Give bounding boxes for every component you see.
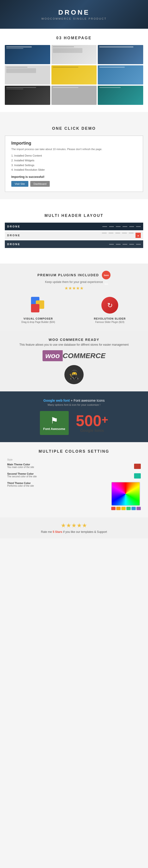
color-picker[interactable] [111,482,141,510]
one-click-section: ONE CLICK DEMO Importing The import proc… [0,112,148,199]
color-wheel[interactable] [111,482,140,506]
vc-cubes [30,297,47,314]
header2-nav-item [102,233,107,234]
header1-nav-item [102,226,107,227]
hero-subtitle: WOOCOMMERCE SINGLE PRODUCT [41,17,107,20]
rs-icon-symbol: ↻ [107,301,113,309]
demo-steps: 1. Installed Demo Content 2. Installed W… [11,153,137,173]
plugins-section: PREMIUM PLUGINS INCLUDED Save$53 Keep up… [0,264,148,331]
header2-highlight: ● [135,233,141,238]
woo-ninja-icon: 🥷 [65,365,83,384]
header2-nav-item [129,233,133,234]
demo-buttons: Visit Site Dashboard [11,181,137,187]
rating-five-stars: 5 Stars [53,530,62,534]
gfonts-sublabel: Many options font & icon for your custom… [5,403,143,406]
gfonts-label: Google web font + Font awesome Icons [5,399,143,402]
demo-importing-title: Importing [11,141,137,146]
header2-logo: DRONE [7,234,20,237]
color1-desc: You main color of the site [7,466,72,468]
rs-icon: ↻ [101,297,118,314]
demo-step-3: 3. Installed Settings [11,163,137,168]
hp-thumb-2 [51,45,97,64]
demo-importing-desc: The import process can take about 10 min… [11,148,137,151]
hp-thumb-6 [98,65,143,85]
header2-nav: ● [102,233,141,238]
woo-desc: This feature allows you to use one datab… [5,343,143,346]
color2-desc: The second color of the site [7,475,72,478]
woo-title: WOO COMMERCE READY [5,338,143,342]
vc-name: VISUAL COMPOSER [5,317,72,320]
header3-nav-item [136,244,141,245]
hp-thumb-1 [5,45,50,64]
color3-title: Third Theme Color [7,482,72,485]
dashboard-button[interactable]: Dashboard [30,181,50,187]
gf-number: 500 [76,413,102,429]
swatch-1-red[interactable] [134,464,141,469]
gf-label: Google fonts [80,429,104,433]
woo-commerce-text: COMMERCE [63,352,105,360]
demo-box: Importing The import process can take ab… [5,135,143,192]
gf-number-row: 500 + [76,413,108,429]
small-swatch-red[interactable] [111,507,116,510]
gfonts-icons-row: ⚑ Font Awesome 500 + Google fonts [5,411,143,435]
ninja-emoji: 🥷 [69,370,79,380]
color2-title: Second Theme Color [7,472,72,475]
gf-plus: + [101,413,108,426]
colors-title: MULTIPLE COLORS SETTING [5,449,143,454]
color3-block: Third Theme Color Performs color of the … [7,482,72,487]
rating-text: Rate me 5 Stars if you like our template… [5,530,143,534]
demo-success-msg: Importing is successful! [11,175,137,179]
rating-text-prefix: Rate me [41,530,53,534]
vc-icon [29,296,48,315]
rs-icon-container: ↻ [100,296,119,315]
gfonts-section: Google web font + Font awesome Icons Man… [0,392,148,442]
header3-nav-item [123,244,127,245]
color3-desc: Performs color of the site [7,485,72,487]
color1-title: Main Theme Color [7,463,72,466]
colors-labels-col: Style Main Theme Color You main color of… [7,458,72,510]
header2-highlight-text: ● [138,235,139,237]
font-awesome-box: ⚑ Font Awesome [40,411,69,435]
header2-nav-item [122,233,127,234]
plugins-stars: ★★★★★ [5,286,143,291]
small-swatch-purple[interactable] [137,507,141,510]
header3-nav-item [116,244,121,245]
colors-content: Style Main Theme Color You main color of… [5,458,143,510]
hp-thumb-4 [5,65,50,85]
gfonts-label-plus: + Font awesome Icons [71,399,104,402]
visit-site-button[interactable]: Visit Site [11,181,28,187]
small-swatch-orange[interactable] [116,507,121,510]
vc-cube-red [31,304,40,312]
rs-desc: Famous Slider Plugin ($19) [76,321,143,323]
google-fonts-box: 500 + Google fonts [76,413,108,433]
woo-woo-text: woo [43,350,63,361]
color-small-swatches [111,507,141,510]
save-badge-text: Save$53 [104,274,109,285]
save-badge: Save$53 [102,271,110,279]
small-swatch-yellow[interactable] [121,507,126,510]
header1-nav-item [116,226,121,227]
hp-thumb-3 [98,45,143,64]
header-layout-title: MULTI HEADER LAYOUT [0,206,148,223]
revolution-slider-item: ↻ REVOLUTION SLIDER Famous Slider Plugin… [76,296,143,323]
header1-nav-item [109,226,114,227]
hp-thumb-8 [51,86,97,105]
header3-nav-item [129,244,134,245]
homepage-section: 03 HOMEPAGE [0,29,148,112]
colors-section: MULTIPLE COLORS SETTING Style Main Theme… [0,442,148,517]
homepage-title: 03 HOMEPAGE [0,29,148,45]
small-swatch-blue[interactable] [131,507,136,510]
small-swatch-green[interactable] [126,507,131,510]
rating-section: ★★★★★ Rate me 5 Stars if you like our te… [0,517,148,538]
swatch-2-teal[interactable] [134,473,141,478]
color2-block: Second Theme Color The second color of t… [7,472,72,478]
plugins-subtitle: Keep update them for your great experice… [5,280,143,284]
rating-text-suffix: if you like our templates & Support [63,530,107,534]
colors-swatches-col [76,458,141,510]
hp-thumb-9 [98,86,143,105]
demo-step-2: 2. Installed Widgets [11,158,137,163]
header-preview-2: DRONE ● [5,231,143,239]
woo-logo: woo COMMERCE [5,350,143,361]
header1-nav [102,226,141,227]
header3-logo: DRONE [7,243,20,246]
